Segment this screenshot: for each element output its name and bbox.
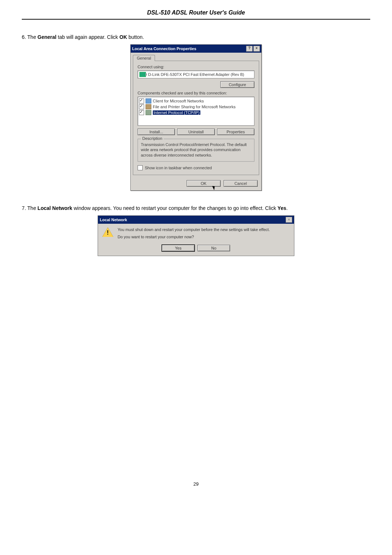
msg-title-text: Local Network	[100, 218, 127, 222]
help-button[interactable]: ?	[246, 46, 253, 52]
checkbox-icon[interactable]	[139, 110, 144, 115]
msg-titlebar[interactable]: Local Network ×	[98, 216, 294, 224]
tab-strip: General	[133, 55, 259, 61]
yes-button[interactable]: Yes	[162, 245, 195, 251]
list-item[interactable]: Client for Microsoft Networks	[139, 98, 253, 104]
client-icon	[146, 98, 151, 104]
taskbar-icon-row[interactable]: Show icon in taskbar when connected	[138, 165, 254, 170]
configure-row: Configure	[138, 81, 254, 88]
install-button[interactable]: Install...	[138, 129, 175, 135]
protocol-icon	[146, 110, 151, 115]
msg-body: ! You must shut down and restart your co…	[98, 224, 294, 243]
warning-icon: !	[102, 227, 113, 238]
msg-dialog-wrap: Local Network × ! You must shut down and…	[22, 215, 370, 256]
step7-prefix: 7. The	[22, 205, 37, 211]
tab-general[interactable]: General	[133, 55, 155, 61]
list-item[interactable]: File and Printer Sharing for Microsoft N…	[139, 104, 253, 110]
step6-prefix: 6. The	[22, 34, 37, 40]
close-button[interactable]: ×	[253, 46, 260, 52]
step7-mid: window appears. You need to restart your…	[72, 205, 278, 211]
description-text: Transmission Control Protocol/Internet P…	[141, 142, 251, 158]
step6-bold2: OK	[119, 34, 127, 40]
step7-suffix: .	[286, 205, 288, 211]
list-item-label: Client for Microsoft Networks	[153, 99, 204, 103]
taskbar-checkbox[interactable]	[138, 165, 143, 170]
connect-using-label: Connect using:	[138, 65, 254, 69]
lacp-dialog: Local Area Connection Properties ? × Gen…	[130, 44, 262, 191]
step6-mid: tab will again appear. Click	[56, 34, 119, 40]
document-page: DSL-510 ADSL Router User's Guide 6. The …	[0, 0, 392, 501]
msg-line1: You must shut down and restart your comp…	[118, 227, 270, 232]
msg-line2: Do you want to restart your computer now…	[118, 235, 270, 239]
step7-bold2: Yes	[278, 205, 286, 211]
local-network-dialog: Local Network × ! You must shut down and…	[98, 215, 294, 256]
list-item-label: File and Printer Sharing for Microsoft N…	[153, 105, 236, 109]
checkbox-icon[interactable]	[139, 98, 144, 104]
page-header-title: DSL-510 ADSL Router User's Guide	[22, 7, 370, 20]
msg-text: You must shut down and restart your comp…	[118, 227, 270, 242]
lacp-titlebar[interactable]: Local Area Connection Properties ? ×	[131, 45, 261, 53]
step-6-text: 6. The General tab will again appear. Cl…	[22, 34, 370, 40]
lacp-footer-buttons: OK Cancel	[131, 177, 261, 190]
components-label: Components checked are used by this conn…	[138, 91, 254, 95]
msg-close-button[interactable]: ×	[286, 217, 292, 223]
lacp-title-buttons: ? ×	[246, 46, 260, 52]
components-list[interactable]: Client for Microsoft Networks File and P…	[138, 97, 254, 126]
checkbox-icon[interactable]	[139, 104, 144, 109]
no-button[interactable]: No	[197, 245, 230, 251]
cancel-button[interactable]: Cancel	[224, 180, 258, 187]
lacp-title: Local Area Connection Properties	[132, 46, 196, 51]
page-number: 29	[22, 481, 370, 487]
step7-bold1: Local Network	[37, 205, 72, 211]
components-buttons: Install... Uninstall Properties	[138, 129, 254, 135]
list-item[interactable]: Internet Protocol (TCP/IP)	[139, 110, 253, 116]
nic-icon	[139, 72, 146, 77]
configure-button[interactable]: Configure	[220, 81, 254, 88]
description-legend: Description	[141, 136, 164, 141]
ok-button[interactable]: OK	[187, 180, 221, 187]
description-group: Description Transmission Control Protoco…	[138, 139, 254, 162]
adapter-field: D-Link DFE-530TX PCI Fast Ethernet Adapt…	[138, 70, 254, 78]
adapter-name: D-Link DFE-530TX PCI Fast Ethernet Adapt…	[148, 72, 244, 77]
properties-button[interactable]: Properties	[217, 129, 254, 135]
lacp-dialog-wrap: Local Area Connection Properties ? × Gen…	[22, 44, 370, 191]
step-7-text: 7. The Local Network window appears. You…	[22, 205, 370, 211]
lacp-body: General Connect using: D-Link DFE-530TX …	[131, 53, 261, 177]
step6-suffix: button.	[127, 34, 144, 40]
step6-bold1: General	[37, 34, 56, 40]
printer-icon	[146, 104, 151, 109]
msg-buttons: Yes No	[98, 243, 294, 256]
taskbar-label: Show icon in taskbar when connected	[145, 166, 212, 170]
list-item-label: Internet Protocol (TCP/IP)	[153, 110, 200, 115]
tab-panel: Connect using: D-Link DFE-530TX PCI Fast…	[133, 61, 259, 175]
uninstall-button[interactable]: Uninstall	[177, 129, 215, 135]
